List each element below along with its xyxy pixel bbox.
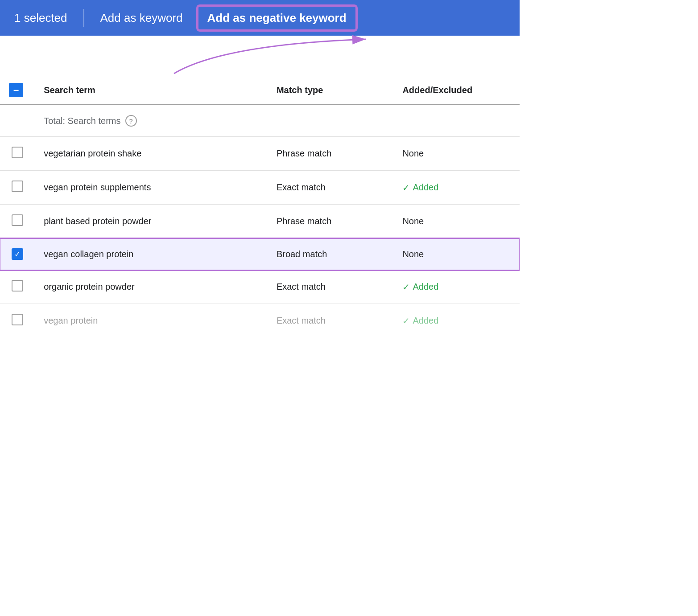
total-label-text: Total: Search terms <box>44 116 120 126</box>
checkbox-unchecked[interactable] <box>12 147 23 158</box>
table-header-row: – Search term Match type Added/Excluded <box>0 76 520 105</box>
add-keyword-button[interactable]: Add as keyword <box>100 11 183 25</box>
match-type-cell: Exact match <box>268 304 394 338</box>
table-row: vegan protein supplementsExact match✓ Ad… <box>0 171 520 205</box>
checkbox-unchecked[interactable] <box>12 214 23 226</box>
search-term-header: Search term <box>35 76 268 105</box>
search-term-cell: vegetarian protein shake <box>35 137 268 171</box>
status-none: None <box>402 148 424 158</box>
table-row: plant based protein powderPhrase matchNo… <box>0 205 520 238</box>
search-terms-table: – Search term Match type Added/Excluded … <box>0 76 520 337</box>
row-checkbox-cell[interactable] <box>0 304 35 338</box>
minus-icon: – <box>13 84 19 96</box>
checkbox-unchecked[interactable] <box>12 181 23 192</box>
row-checkbox-cell[interactable] <box>0 205 35 238</box>
table-row: organic protein powderExact match✓ Added <box>0 270 520 304</box>
checkbox-unchecked[interactable] <box>12 280 23 292</box>
status-added: ✓ Added <box>402 182 511 193</box>
row-checkbox-cell[interactable] <box>0 137 35 171</box>
checkbox-checked[interactable]: ✓ <box>12 248 23 260</box>
search-term-cell: organic protein powder <box>35 270 268 304</box>
status-label: Added <box>413 182 438 193</box>
total-match-type-cell <box>268 105 394 137</box>
table-row: vegan proteinExact match✓ Added <box>0 304 520 338</box>
total-checkbox-cell <box>0 105 35 137</box>
checkmark-icon: ✓ <box>402 282 410 292</box>
status-none: None <box>402 249 424 259</box>
total-status-cell <box>393 105 520 137</box>
annotation-arrow-container <box>0 36 520 76</box>
total-row: Total: Search terms ? <box>0 105 520 137</box>
select-all-checkbox-cell[interactable]: – <box>0 76 35 105</box>
question-mark: ? <box>129 117 133 125</box>
add-negative-keyword-button[interactable]: Add as negative keyword <box>197 5 357 31</box>
help-icon[interactable]: ? <box>125 115 137 127</box>
added-excluded-header: Added/Excluded <box>393 76 520 105</box>
search-term-cell: plant based protein powder <box>35 205 268 238</box>
search-term-cell: vegan collagen protein <box>35 238 268 270</box>
selected-count: 1 selected <box>14 11 67 25</box>
status-cell: None <box>393 137 520 171</box>
select-all-checkbox[interactable]: – <box>9 83 23 97</box>
checkbox-unchecked[interactable] <box>12 314 23 325</box>
match-type-cell: Broad match <box>268 238 394 270</box>
match-type-cell: Exact match <box>268 171 394 205</box>
status-cell: ✓ Added <box>393 270 520 304</box>
status-label: Added <box>413 316 438 326</box>
status-cell: ✓ Added <box>393 171 520 205</box>
status-label: Added <box>413 282 438 292</box>
header-bar: 1 selected Add as keyword Add as negativ… <box>0 0 520 36</box>
row-checkbox-cell[interactable] <box>0 171 35 205</box>
row-checkbox-cell[interactable]: ✓ <box>0 238 35 270</box>
checkmark-icon: ✓ <box>402 316 410 326</box>
search-term-cell: vegan protein supplements <box>35 171 268 205</box>
status-added: ✓ Added <box>402 282 511 292</box>
status-added: ✓ Added <box>402 316 511 326</box>
table-row: ✓vegan collagen proteinBroad matchNone <box>0 238 520 270</box>
match-type-cell: Phrase match <box>268 205 394 238</box>
checkmark-icon: ✓ <box>402 182 410 193</box>
status-cell: None <box>393 205 520 238</box>
annotation-arrow-svg <box>0 36 520 76</box>
table-row: vegetarian protein shakePhrase matchNone <box>0 137 520 171</box>
match-type-cell: Exact match <box>268 270 394 304</box>
row-checkbox-cell[interactable] <box>0 270 35 304</box>
status-cell: ✓ Added <box>393 304 520 338</box>
status-none: None <box>402 216 424 226</box>
match-type-header: Match type <box>268 76 394 105</box>
header-divider <box>83 9 84 27</box>
search-term-cell: vegan protein <box>35 304 268 338</box>
total-label-cell: Total: Search terms ? <box>35 105 268 137</box>
match-type-cell: Phrase match <box>268 137 394 171</box>
status-cell: None <box>393 238 520 270</box>
